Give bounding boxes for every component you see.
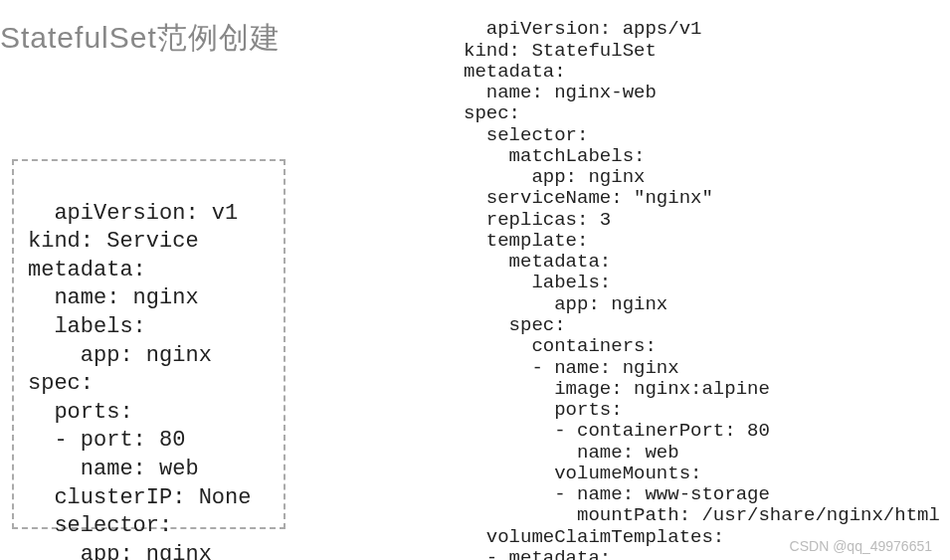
- statefulset-yaml-code: apiVersion: apps/v1 kind: StatefulSet me…: [464, 18, 940, 560]
- watermark-text: CSDN @qq_49976651: [790, 538, 932, 554]
- service-yaml-code: apiVersion: v1 kind: Service metadata: n…: [28, 201, 251, 560]
- page-heading: StatefulSet范例创建: [0, 18, 281, 59]
- service-yaml-box: apiVersion: v1 kind: Service metadata: n…: [12, 159, 285, 529]
- statefulset-yaml-box: apiVersion: apps/v1 kind: StatefulSet me…: [464, 0, 949, 560]
